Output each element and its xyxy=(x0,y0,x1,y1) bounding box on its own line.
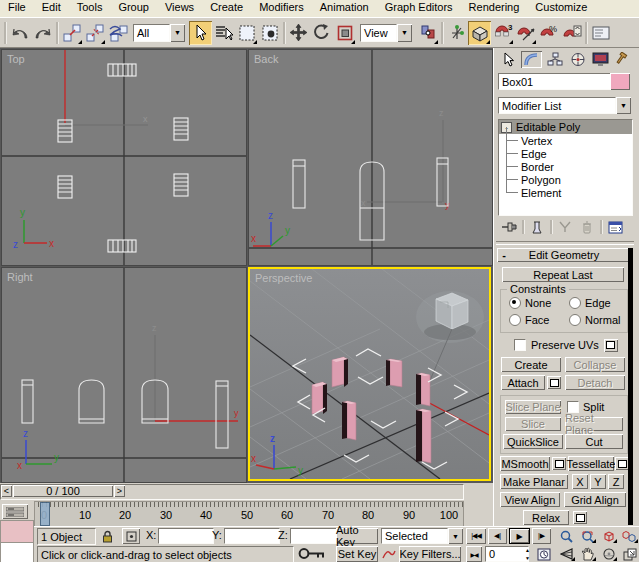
field-of-view-button[interactable] xyxy=(557,546,576,562)
slice-button[interactable]: Slice xyxy=(505,417,561,431)
selection-filter-dropdown[interactable]: All ▼ xyxy=(133,24,185,42)
back-viewport-canvas[interactable]: z x y z x y xyxy=(249,50,492,265)
select-and-link-button[interactable] xyxy=(60,21,83,45)
track-bar-ruler[interactable]: 0 10 20 30 40 50 60 70 80 90 100 xyxy=(34,501,464,527)
key-selection-dropdown[interactable]: Selected ▼ xyxy=(381,528,463,544)
transform-gizmo[interactable]: x xyxy=(65,50,148,125)
pin-stack-button[interactable] xyxy=(498,219,520,236)
relax-settings-button[interactable] xyxy=(573,511,587,524)
viewport-back[interactable]: z x y z x y Back xyxy=(248,49,493,266)
angle-snap-toggle-button[interactable]: 3 xyxy=(491,21,514,45)
select-and-scale-button[interactable] xyxy=(333,21,356,45)
constraint-face-option[interactable]: Face xyxy=(509,314,549,326)
relax-button[interactable]: Relax xyxy=(523,510,569,525)
selection-lock-toggle[interactable] xyxy=(99,528,115,544)
select-and-manipulate-button[interactable] xyxy=(445,21,468,45)
zoom-extents-all-button[interactable] xyxy=(620,528,639,544)
tab-create[interactable] xyxy=(498,51,519,68)
make-planar-y-button[interactable]: Y xyxy=(590,474,606,489)
named-selection-sets-button[interactable] xyxy=(589,21,612,45)
select-by-name-button[interactable] xyxy=(212,21,235,45)
tab-motion[interactable] xyxy=(567,51,588,68)
play-button[interactable]: ▶ xyxy=(509,528,530,544)
set-key-button[interactable]: Set Key xyxy=(336,546,378,562)
menu-views[interactable]: Views xyxy=(157,0,202,15)
slice-plane-button[interactable]: Slice Plane xyxy=(505,400,561,414)
chevron-down-icon[interactable]: ▼ xyxy=(170,24,185,42)
msmooth-settings-button[interactable] xyxy=(552,457,566,470)
zoom-extents-button[interactable] xyxy=(599,528,618,544)
x-coord-field[interactable] xyxy=(158,528,214,544)
make-unique-button[interactable] xyxy=(554,219,576,236)
collapse-button[interactable]: Collapse xyxy=(565,357,625,372)
arc-rotate-button[interactable] xyxy=(599,546,618,562)
reference-coordinate-system-dropdown[interactable]: View ▼ xyxy=(360,24,412,42)
stack-subitem-edge[interactable]: Edge xyxy=(499,147,632,160)
track-bar[interactable]: 0 10 20 30 40 50 60 70 80 90 100 xyxy=(0,500,493,526)
key-mode-toggle-button[interactable]: ▶◀ xyxy=(466,546,482,562)
constraint-none-option[interactable]: None xyxy=(509,297,551,309)
rectangular-selection-region-button[interactable] xyxy=(235,21,258,45)
set-keys-button[interactable] xyxy=(295,545,329,562)
select-and-rotate-button[interactable] xyxy=(310,21,333,45)
undo-button[interactable] xyxy=(8,21,31,45)
stack-subitem-element[interactable]: Element xyxy=(499,186,632,199)
chevron-down-icon[interactable]: ▼ xyxy=(397,24,412,42)
msmooth-button[interactable]: MSmooth xyxy=(500,456,550,471)
redo-button[interactable] xyxy=(31,21,54,45)
configure-modifier-sets-button[interactable] xyxy=(604,219,626,236)
perspective-viewport-canvas[interactable]: z x y xyxy=(250,269,489,479)
cut-button[interactable]: Cut xyxy=(565,434,623,449)
tab-utilities[interactable] xyxy=(613,51,634,68)
spinner-up-icon[interactable]: ▲ xyxy=(523,546,532,554)
stack-subitem-polygon[interactable]: Polygon xyxy=(499,173,632,186)
maxscript-mini-listener-pink[interactable] xyxy=(0,520,34,543)
absolute-mode-toggle[interactable] xyxy=(122,528,140,544)
tab-modify[interactable] xyxy=(521,51,542,68)
preserve-uvs-checkbox[interactable] xyxy=(514,339,526,351)
menu-customize[interactable]: Customize xyxy=(527,0,595,15)
frame-spinner[interactable]: ▲ ▼ xyxy=(523,546,532,562)
percent-snap-toggle-button[interactable]: % xyxy=(537,21,560,45)
make-planar-z-button[interactable]: Z xyxy=(608,474,624,489)
key-filters-button[interactable]: Key Filters... xyxy=(399,546,461,562)
tab-hierarchy[interactable] xyxy=(544,51,565,68)
detach-button[interactable]: Detach xyxy=(565,375,625,390)
zoom-all-button[interactable] xyxy=(578,528,597,544)
menu-rendering[interactable]: Rendering xyxy=(461,0,528,15)
view-align-button[interactable]: View Align xyxy=(500,492,560,507)
preserve-uvs-settings-button[interactable] xyxy=(604,339,618,352)
default-in-out-tangents-button[interactable] xyxy=(381,546,397,562)
radio-edge[interactable] xyxy=(569,297,581,309)
unlink-selection-button[interactable] xyxy=(83,21,106,45)
attach-settings-button[interactable] xyxy=(547,376,561,389)
min-max-toggle-button[interactable] xyxy=(620,546,639,562)
tab-display[interactable] xyxy=(590,51,611,68)
remove-modifier-button[interactable] xyxy=(576,219,598,236)
menu-create[interactable]: Create xyxy=(202,0,251,15)
menu-tools[interactable]: Tools xyxy=(69,0,111,15)
time-slider-handle[interactable]: 0 / 100 xyxy=(13,485,113,497)
chevron-down-icon[interactable]: ▼ xyxy=(448,528,463,544)
mini-curve-editor-button[interactable] xyxy=(2,504,28,519)
radio-face[interactable] xyxy=(509,314,521,326)
menu-animation[interactable]: Animation xyxy=(312,0,377,15)
rollout-header-edit-geometry[interactable]: - Edit Geometry xyxy=(497,248,631,262)
panel-scrollbar[interactable] xyxy=(628,248,633,525)
y-coord-field[interactable] xyxy=(224,528,280,544)
bind-to-space-warp-button[interactable] xyxy=(106,21,129,45)
spinner-down-icon[interactable]: ▼ xyxy=(523,554,532,562)
radio-none[interactable] xyxy=(509,297,521,309)
attach-button[interactable]: Attach xyxy=(501,375,545,390)
time-slider-next-button[interactable]: > xyxy=(114,485,125,497)
menu-edit[interactable]: Edit xyxy=(34,0,69,15)
menu-group[interactable]: Group xyxy=(110,0,157,15)
viewport-top[interactable]: x y x z Top xyxy=(1,49,247,266)
window-crossing-toggle-button[interactable] xyxy=(258,21,281,45)
viewport-right[interactable]: z y z x y Right xyxy=(1,267,247,483)
previous-frame-button[interactable]: ◀| xyxy=(488,528,507,544)
grid-align-button[interactable]: Grid Align xyxy=(564,492,626,507)
go-to-start-button[interactable]: |◀◀ xyxy=(466,528,486,544)
object-color-swatch[interactable] xyxy=(610,73,630,90)
modifier-list-dropdown[interactable]: Modifier List ▼ xyxy=(498,97,631,114)
